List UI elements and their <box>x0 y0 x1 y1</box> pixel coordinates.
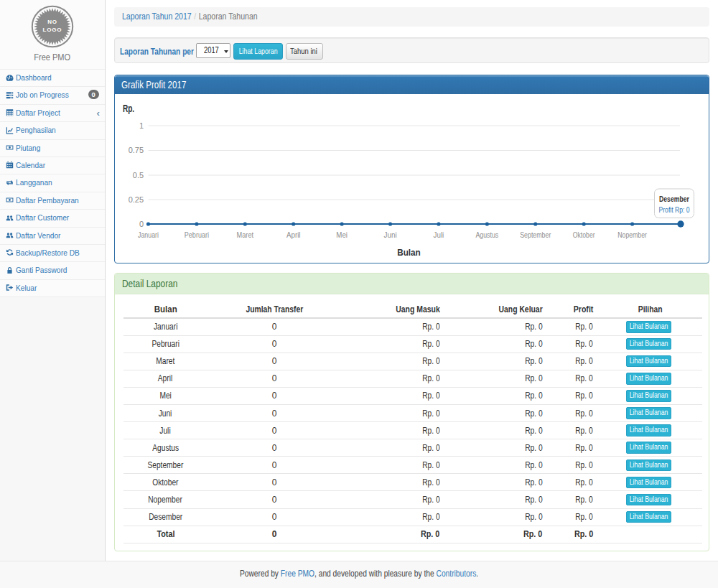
svg-text:Rp.: Rp. <box>122 102 134 113</box>
svg-text:Juni: Juni <box>383 230 396 238</box>
svg-text:NO: NO <box>47 19 57 25</box>
svg-text:LOGO: LOGO <box>43 27 62 33</box>
svg-text:1: 1 <box>139 121 143 129</box>
svg-text:Juli: Juli <box>433 230 444 238</box>
svg-text:0: 0 <box>139 219 143 228</box>
svg-text:Nopember: Nopember <box>617 230 647 238</box>
svg-text:Agustus: Agustus <box>475 230 498 238</box>
svg-text:Januari: Januari <box>138 230 159 238</box>
svg-text:0.5: 0.5 <box>132 170 143 179</box>
svg-text:Mei: Mei <box>336 230 348 238</box>
svg-text:Desember: Desember <box>659 195 690 203</box>
svg-text:Oktober: Oktober <box>572 230 595 238</box>
svg-text:April: April <box>286 230 300 238</box>
svg-text:Profit Rp: 0: Profit Rp: 0 <box>658 205 689 213</box>
svg-text:September: September <box>520 230 551 238</box>
svg-text:Bulan: Bulan <box>397 247 421 257</box>
svg-text:Maret: Maret <box>236 230 253 238</box>
svg-text:0.75: 0.75 <box>128 146 143 154</box>
svg-text:0.25: 0.25 <box>128 195 143 203</box>
svg-text:Pebruari: Pebruari <box>184 230 208 238</box>
